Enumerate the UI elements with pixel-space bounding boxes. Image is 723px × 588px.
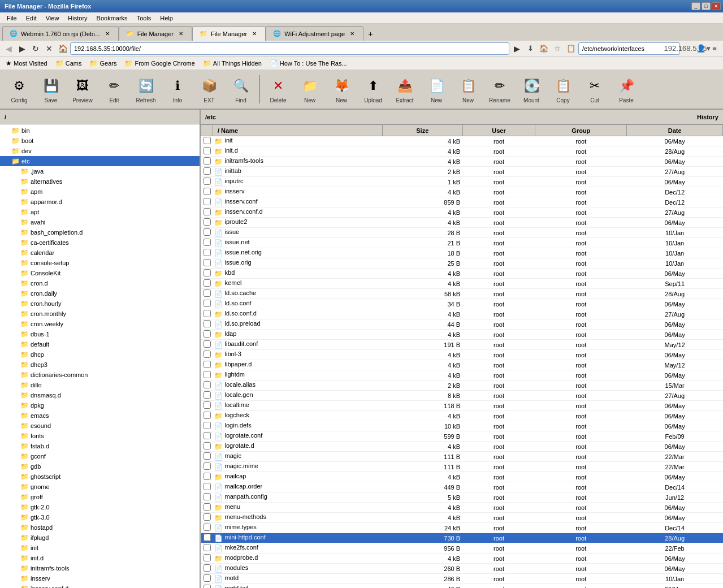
table-row[interactable]: 📁 insserv.conf.d 4 kB root root 27/Aug (201, 207, 723, 218)
menu-edit[interactable]: Edit (21, 14, 41, 23)
tree-item-calendar[interactable]: 📁calendar (0, 248, 200, 258)
menu-history[interactable]: History (63, 14, 92, 23)
tree-item-cron.monthly[interactable]: 📁cron.monthly (0, 309, 200, 319)
refresh-button[interactable]: 🔄 Refresh (131, 72, 161, 106)
table-row[interactable]: 📄 ld.so.preload 44 B root root 06/May (201, 319, 723, 330)
rename-button[interactable]: ✏ Rename (485, 72, 514, 106)
tree-item-esound[interactable]: 📁esound (0, 421, 200, 431)
table-row[interactable]: 📁 init.d 4 kB root root 28/Aug (201, 146, 723, 157)
tree-item-dictionaries-common[interactable]: 📁dictionaries-common (0, 370, 200, 380)
bookmark-icon[interactable]: ☆ (551, 42, 564, 55)
table-row[interactable]: 📄 localtime 118 B root root 06/May (201, 401, 723, 411)
tree-item-dnsmasq.d[interactable]: 📁dnsmasq.d (0, 390, 200, 400)
maximize-button[interactable]: □ (702, 2, 711, 10)
table-row[interactable]: 📄 issue.orig 25 B root root 10/Jan (201, 258, 723, 269)
tree-item-fonts[interactable]: 📁fonts (0, 431, 200, 441)
bookmark-google-chrome[interactable]: 📁 From Google Chrome (121, 58, 198, 68)
extract-button[interactable]: 📤 Extract (390, 72, 419, 106)
row-checkbox[interactable] (204, 249, 211, 256)
table-row[interactable]: 📄 locale.gen 8 kB root root 27/Aug (201, 391, 723, 401)
upload-button[interactable]: ⬆ Upload (358, 72, 388, 106)
table-row[interactable]: 📄 locale.alias 2 kB root root 15/Mar (201, 381, 723, 391)
copy-button[interactable]: 📋 Copy (548, 72, 578, 106)
row-checkbox[interactable] (204, 310, 211, 317)
tree-item-.java[interactable]: 📁.java (0, 166, 200, 176)
row-checkbox[interactable] (204, 483, 211, 490)
bookmark-cams[interactable]: 📁 Cams (52, 58, 85, 68)
row-checkbox[interactable] (204, 208, 211, 215)
table-row[interactable]: 📁 insserv 4 kB root root Dec/12 (201, 187, 723, 197)
row-checkbox[interactable] (204, 239, 211, 246)
back-button[interactable]: ◀ (2, 42, 15, 55)
tab-filemanager2[interactable]: 📁 File Manager ✕ (192, 26, 266, 41)
row-checkbox[interactable] (204, 289, 211, 297)
row-checkbox[interactable] (204, 391, 211, 399)
tree-item-insserv[interactable]: 📁insserv (0, 573, 200, 583)
tree-item-dpkg[interactable]: 📁dpkg (0, 400, 200, 410)
tab-close-filemanager2[interactable]: ✕ (250, 30, 258, 38)
tree-item-dhcp[interactable]: 📁dhcp (0, 349, 200, 360)
row-checkbox[interactable] (204, 178, 211, 185)
menu-view[interactable]: View (41, 14, 64, 23)
bookmark-most-visited[interactable]: ★ Most Visited (2, 58, 51, 68)
table-row[interactable]: 📁 logcheck 4 kB root root 06/May (201, 411, 723, 421)
row-checkbox[interactable] (204, 401, 211, 409)
table-row[interactable]: 📄 inittab 2 kB root root 27/Aug (201, 167, 723, 177)
table-row[interactable]: 📁 libnl-3 4 kB root root 06/May (201, 350, 723, 360)
table-row[interactable]: 📄 issue.net.orig 18 B root root 10/Jan (201, 248, 723, 258)
row-checkbox[interactable] (204, 432, 211, 439)
row-checkbox[interactable] (204, 259, 211, 266)
tab-wifi[interactable]: 🌐 WiFi Adjustment page ✕ (266, 26, 363, 41)
col-header-user[interactable]: User (462, 125, 535, 136)
stop-button[interactable]: ✕ (43, 42, 55, 55)
table-row[interactable]: 📄 issue 28 B root root 10/Jan (201, 228, 723, 238)
find-button[interactable]: 🔍 Find (226, 72, 256, 106)
tree-item-ConsoleKit[interactable]: 📁ConsoleKit (0, 268, 200, 278)
bookmark-gears[interactable]: 📁 Gears (86, 58, 120, 68)
tree-item-gtk-3.0[interactable]: 📁gtk-3.0 (0, 512, 200, 522)
table-row[interactable]: 📁 initramfs-tools 4 kB root root 06/May (201, 157, 723, 167)
table-row[interactable]: 📁 lightdm 4 kB root root 06/May (201, 370, 723, 381)
address-input[interactable] (70, 42, 509, 55)
table-row[interactable]: 📁 kbd 4 kB root root 06/May (201, 269, 723, 279)
row-checkbox[interactable] (204, 534, 211, 541)
col-header-name[interactable]: / Name (213, 125, 383, 136)
minimize-button[interactable]: _ (691, 2, 700, 10)
table-row[interactable]: 📄 motd.tail 46 B root root 06/May (201, 584, 723, 589)
row-checkbox[interactable] (204, 513, 211, 521)
tab-webmin[interactable]: 🌐 Webmin 1.760 on rpi (Debi... ✕ (2, 26, 119, 41)
tree-item-cron.hourly[interactable]: 📁cron.hourly (0, 299, 200, 309)
row-checkbox[interactable] (204, 564, 211, 572)
row-checkbox[interactable] (204, 412, 211, 419)
reload-button[interactable]: ↻ (29, 42, 42, 55)
row-checkbox[interactable] (204, 218, 211, 226)
row-checkbox[interactable] (204, 544, 211, 551)
tree-item-gtk-2.0[interactable]: 📁gtk-2.0 (0, 502, 200, 512)
row-checkbox[interactable] (204, 422, 211, 429)
table-row[interactable]: 📄 magic 111 B root root 22/Mar (201, 452, 723, 462)
tree-item-fstab.d[interactable]: 📁fstab.d (0, 441, 200, 451)
tree-item-emacs[interactable]: 📁emacs (0, 410, 200, 421)
home-icon[interactable]: 🏠 (538, 42, 550, 55)
info-button[interactable]: ℹ Info (163, 72, 192, 106)
tree-item-bash_completion.d[interactable]: 📁bash_completion.d (0, 227, 200, 237)
bookmark-all-things-hidden[interactable]: 📁 All Things Hidden (200, 58, 265, 68)
col-header-size[interactable]: Size (383, 125, 463, 136)
user-icon[interactable]: 👤 (695, 42, 707, 55)
table-row[interactable]: 📄 mailcap.order 449 B root root Dec/14 (201, 482, 723, 492)
edit-button[interactable]: ✏ Edit (99, 72, 129, 106)
table-row[interactable]: 📁 logrotate.d 4 kB root root 06/May (201, 442, 723, 452)
paste-button[interactable]: 📌 Paste (612, 72, 641, 106)
ext-button[interactable]: 📦 EXT (194, 72, 224, 106)
table-row[interactable]: 📄 mini-httpd.conf 730 B root root 28/Aug (201, 533, 723, 543)
tree-item-apt[interactable]: 📁apt (0, 207, 200, 217)
row-checkbox[interactable] (204, 554, 211, 561)
tree-item-cron.weekly[interactable]: 📁cron.weekly (0, 319, 200, 329)
row-checkbox[interactable] (204, 320, 211, 327)
row-checkbox[interactable] (204, 473, 211, 480)
tree-item-dev[interactable]: 📁dev (0, 146, 200, 156)
tree-item-apparmor.d[interactable]: 📁apparmor.d (0, 197, 200, 207)
config-button[interactable]: ⚙ Config (5, 72, 34, 106)
table-row[interactable]: 📁 iproute2 4 kB root root 06/May (201, 218, 723, 228)
table-row[interactable]: 📄 motd 286 B root root 10/Jan (201, 574, 723, 584)
